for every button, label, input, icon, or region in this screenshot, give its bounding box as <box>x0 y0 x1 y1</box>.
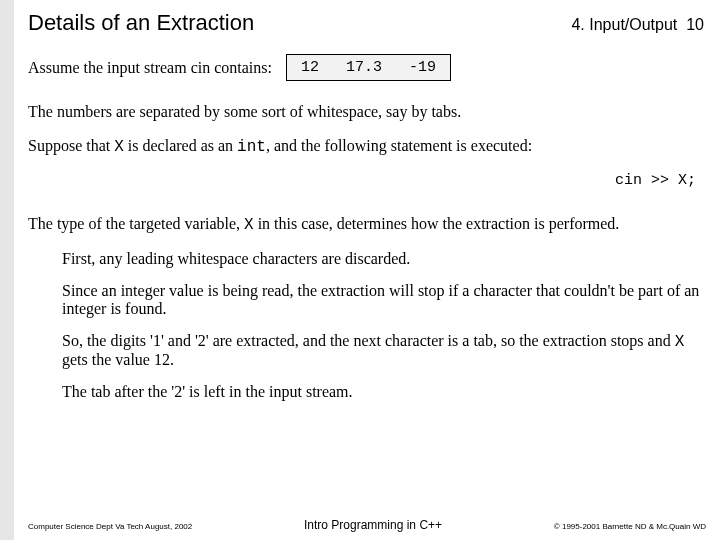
slide-section-page: 4. Input/Output 10 <box>571 16 704 34</box>
section-label: 4. Input/Output <box>571 16 677 33</box>
paragraph-whitespace: The numbers are separated by some sort o… <box>28 103 704 121</box>
text-fragment: is declared as an <box>124 137 237 154</box>
text-fragment: So, the digits '1' and '2' are extracted… <box>62 332 675 349</box>
footer-left: Computer Science Dept Va Tech August, 20… <box>28 522 192 531</box>
input-stream-box: 12 17.3 -19 <box>286 54 451 81</box>
assume-text: Assume the input stream cin contains: <box>28 59 272 77</box>
paragraph-discard: First, any leading whitespace characters… <box>62 250 704 268</box>
code-token-int: int <box>237 138 266 156</box>
text-fragment: Suppose that <box>28 137 114 154</box>
text-fragment: , and the following statement is execute… <box>266 137 532 154</box>
slide-header: Details of an Extraction 4. Input/Output… <box>28 10 704 36</box>
paragraph-digits: So, the digits '1' and '2' are extracted… <box>62 332 704 369</box>
code-token-x: X <box>675 333 685 351</box>
slide-title: Details of an Extraction <box>28 10 254 36</box>
text-fragment: in this case, determines how the extract… <box>254 215 620 232</box>
assume-row: Assume the input stream cin contains: 12… <box>28 54 704 81</box>
code-statement: cin >> X; <box>28 172 696 189</box>
footer-right: © 1995-2001 Barnette ND & Mc.Quain WD <box>554 522 706 531</box>
text-fragment: gets the value 12. <box>62 351 174 368</box>
footer-center: Intro Programming in C++ <box>304 518 442 532</box>
code-token-x: X <box>244 216 254 234</box>
slide-footer: Computer Science Dept Va Tech August, 20… <box>28 518 706 532</box>
code-token-x: X <box>114 138 124 156</box>
paragraph-stop: Since an integer value is being read, th… <box>62 282 704 318</box>
page-number: 10 <box>686 16 704 33</box>
text-fragment: The type of the targeted variable, <box>28 215 244 232</box>
paragraph-type: The type of the targeted variable, X in … <box>28 215 704 234</box>
indented-block: First, any leading whitespace characters… <box>28 250 704 401</box>
paragraph-left: The tab after the '2' is left in the inp… <box>62 383 704 401</box>
paragraph-suppose: Suppose that X is declared as an int, an… <box>28 137 704 156</box>
